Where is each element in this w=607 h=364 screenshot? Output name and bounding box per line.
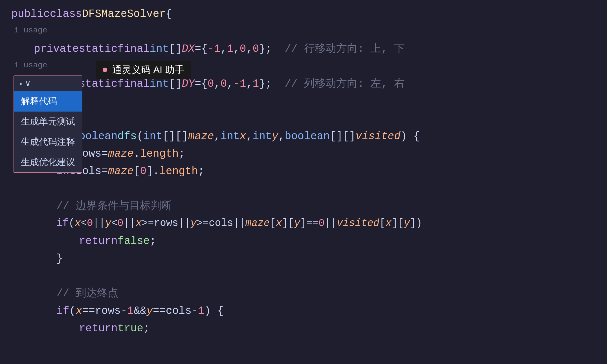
- param-maze: maze: [188, 128, 214, 145]
- ref-x-2: x: [136, 215, 142, 232]
- keyword-public: public: [11, 6, 50, 23]
- blank-line-2: [11, 180, 596, 198]
- ref-x-1: x: [75, 215, 81, 232]
- context-menu-body: 解释代码 生成单元测试 生成代码注释 生成优化建议: [14, 91, 82, 172]
- code-line-class: public class DFSMazeSolver {: [11, 6, 596, 23]
- ref-x-4: x: [386, 215, 392, 232]
- code-line-dfs: public boolean dfs ( int [][] maze , int…: [11, 128, 596, 145]
- num-cols-0: 0: [140, 163, 146, 180]
- ref-maze-if: maze: [245, 215, 270, 232]
- code-line-cols: int cols = maze [ 0 ]. length ;: [11, 163, 596, 180]
- or-5: ||: [325, 215, 337, 232]
- code-line-dx: private static final int [] DX = { -1 , …: [11, 41, 596, 58]
- menu-item-comments[interactable]: 生成代码注释: [14, 132, 82, 152]
- open-brace: {: [166, 6, 172, 23]
- ref-visited-if: visited: [337, 215, 379, 232]
- paren-if-open: (: [69, 215, 75, 232]
- bracket-cols-close: ].: [146, 163, 159, 180]
- bracket-maze-y-close: ]: [300, 215, 306, 232]
- ref-y-3: y: [294, 215, 300, 232]
- kw-if-boundary: if: [56, 215, 69, 232]
- brace-dy-open: {: [201, 76, 208, 93]
- param-visited: visited: [355, 128, 401, 145]
- ref-rows-1: rows: [154, 215, 178, 232]
- num-dx-3: 0: [240, 41, 246, 58]
- ref-y-dest: y: [146, 303, 153, 320]
- semi-rows: ;: [179, 145, 185, 163]
- comment-dy: // 列移动方向: 左, 右: [272, 76, 405, 93]
- comma-dy-1: ,: [214, 76, 221, 93]
- type-int-dx: int: [150, 41, 169, 58]
- comment-dx: // 行移动方向: 上, 下: [272, 41, 405, 58]
- code-comment-boundary: // 边界条件与目标判断: [11, 198, 596, 215]
- num-dy-4: 1: [252, 76, 259, 93]
- menu-item-explain[interactable]: 解释代码: [14, 91, 82, 112]
- ref-maze-cols: maze: [108, 163, 133, 180]
- ref-y-1: y: [105, 215, 111, 232]
- op-lt: <: [81, 215, 87, 232]
- bracket-visited-x-close: ][: [392, 215, 404, 232]
- num-dx-2: 1: [227, 41, 233, 58]
- comma-dfs-1: ,: [214, 128, 221, 145]
- op-lt-2: <: [111, 215, 117, 232]
- context-menu[interactable]: ✦ ∨ 解释代码 生成单元测试 生成代码注释 生成优化建议: [14, 76, 82, 173]
- num-dy-3: -1: [233, 76, 246, 93]
- bracket-cols-open: [: [134, 163, 140, 180]
- comma-dfs-3: ,: [278, 128, 285, 145]
- menu-item-optimize[interactable]: 生成优化建议: [14, 152, 82, 172]
- code-line-close-brace1: }: [11, 250, 596, 268]
- op-eq-dest-2: ==: [153, 303, 166, 320]
- num-dx-1: -1: [208, 41, 221, 58]
- ref-cols-dest: cols: [166, 303, 192, 320]
- code-content: public class DFSMazeSolver { 1 usage pri…: [0, 0, 607, 343]
- val-false: false: [118, 233, 150, 250]
- paren-open-dfs: (: [137, 128, 143, 145]
- ref-y-2: y: [190, 215, 197, 232]
- close-brace-1: }: [56, 250, 63, 267]
- type-int-x: int: [220, 128, 239, 145]
- op-minus-1: -: [121, 303, 127, 320]
- op-gte-1: >=: [142, 215, 154, 232]
- op-minus-2: -: [192, 303, 198, 320]
- param-y: y: [272, 128, 278, 145]
- or-3: ||: [178, 215, 190, 232]
- num-dx-4: 0: [252, 41, 259, 58]
- semi-false: ;: [150, 233, 156, 250]
- menu-item-comments-label: 生成代码注释: [21, 137, 75, 147]
- num-0-2: 0: [117, 215, 124, 232]
- blank-line-1: [11, 93, 596, 110]
- usage-text-1: 1 usage: [14, 23, 47, 38]
- comment-dest-text: // 到达终点: [56, 285, 118, 302]
- code-line-rows: int rows = maze . length ;: [11, 145, 596, 163]
- code-line-if-dest: if ( x == rows - 1 && y == cols - 1 ) {: [11, 303, 596, 320]
- usage-text-2: 1 usage: [14, 58, 47, 73]
- ref-cols-1: cols: [209, 215, 233, 232]
- bracket-visited-y-close: ]): [410, 215, 422, 232]
- semi-cols: ;: [198, 163, 204, 180]
- comma-dy-3: ,: [246, 76, 253, 93]
- context-menu-header: ✦ ∨: [14, 76, 82, 91]
- paren-dest-close: ) {: [204, 303, 224, 320]
- menu-item-unit-test[interactable]: 生成单元测试: [14, 112, 82, 132]
- param-x: x: [240, 128, 246, 145]
- num-dest-1: 1: [127, 303, 134, 320]
- eq-cols: =: [102, 163, 108, 180]
- ai-icon: ✦: [19, 79, 23, 88]
- comma-dx-3: ,: [246, 41, 253, 58]
- ref-x-dest: x: [76, 303, 82, 320]
- ai-dot: [103, 68, 107, 72]
- bracket-maze-x: [: [270, 215, 276, 232]
- comma-dy-2: ,: [227, 76, 233, 93]
- op-eq-dest-1: ==: [82, 303, 95, 320]
- num-0-3: 0: [318, 215, 325, 232]
- var-dx: DX: [182, 41, 195, 58]
- eq-dx: =: [195, 41, 201, 58]
- eq-dy: =: [195, 76, 201, 93]
- comma-dx-2: ,: [233, 41, 240, 58]
- code-comment-dest: // 到达终点: [11, 285, 596, 303]
- ref-rows-dest: rows: [95, 303, 121, 320]
- type-int-y: int: [252, 128, 272, 145]
- bracket-visited-x: [: [379, 215, 386, 232]
- ai-tooltip-text: 通灵义码 AI 助手: [112, 63, 184, 76]
- num-dy-1: 0: [208, 76, 214, 93]
